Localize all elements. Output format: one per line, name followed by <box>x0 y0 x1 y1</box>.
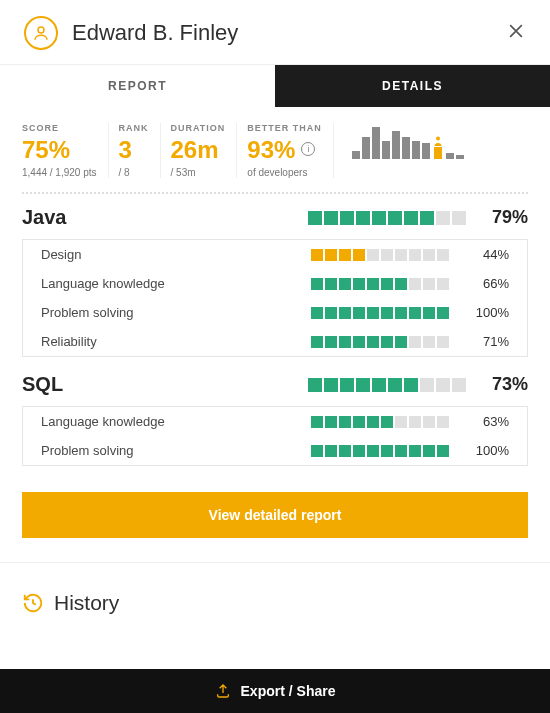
header: Edward B. Finley <box>0 0 550 65</box>
stat-sub: / 8 <box>119 167 149 178</box>
skill-row: Reliability71% <box>23 327 527 356</box>
stat-label: RANK <box>119 123 149 133</box>
stat-sub: 1,444 / 1,920 pts <box>22 167 97 178</box>
stat-rank: RANK 3 / 8 <box>119 123 171 178</box>
user-name: Edward B. Finley <box>72 20 238 46</box>
language-name: SQL <box>22 373 63 396</box>
skill-pct: 44% <box>467 247 509 262</box>
stat-label: DURATION <box>171 123 226 133</box>
language-row: SQL73% <box>22 373 528 396</box>
skill-row: Problem solving100% <box>23 298 527 327</box>
stat-value: 93% <box>247 136 295 164</box>
histogram-bar <box>446 153 454 159</box>
stat-value: 26m <box>171 136 226 164</box>
export-icon <box>215 683 231 699</box>
histogram-bar <box>456 155 464 159</box>
view-report-button[interactable]: View detailed report <box>22 492 528 538</box>
skill-pct: 66% <box>467 276 509 291</box>
history-icon <box>22 592 44 614</box>
stat-better: BETTER THAN 93% i of developers <box>247 123 344 178</box>
progress-boxes <box>311 249 449 261</box>
info-icon[interactable]: i <box>301 142 315 156</box>
skill-label: Language knowledge <box>41 276 311 291</box>
progress-boxes <box>311 278 449 290</box>
history-title: History <box>54 591 119 615</box>
histogram-bar <box>352 151 360 159</box>
skill-table: Language knowledge63%Problem solving100% <box>22 406 528 466</box>
skill-label: Reliability <box>41 334 311 349</box>
skill-label: Problem solving <box>41 443 311 458</box>
progress-boxes <box>311 416 449 428</box>
history-section: History <box>0 562 550 623</box>
skill-pct: 71% <box>467 334 509 349</box>
language-pct: 79% <box>482 207 528 228</box>
progress-boxes <box>311 307 449 319</box>
skill-row: Design44% <box>23 240 527 269</box>
skill-pct: 63% <box>467 414 509 429</box>
export-share-button[interactable]: Export / Share <box>0 669 550 713</box>
language-row: Java79% <box>22 206 528 229</box>
histogram-marker <box>432 135 444 159</box>
stat-duration: DURATION 26m / 53m <box>171 123 248 178</box>
skill-pct: 100% <box>467 443 509 458</box>
stats-row: SCORE 75% 1,444 / 1,920 pts RANK 3 / 8 D… <box>0 107 550 192</box>
histogram-bar <box>392 131 400 159</box>
progress-boxes <box>308 211 466 225</box>
histogram-bar <box>372 127 380 159</box>
stat-value: 75% <box>22 136 97 164</box>
skill-row: Language knowledge63% <box>23 407 527 436</box>
skill-label: Design <box>41 247 311 262</box>
stat-value: 3 <box>119 136 149 164</box>
histogram-bar <box>362 137 370 159</box>
stat-score: SCORE 75% 1,444 / 1,920 pts <box>22 123 119 178</box>
footer-label: Export / Share <box>241 683 336 699</box>
language-name: Java <box>22 206 67 229</box>
progress-boxes <box>311 336 449 348</box>
progress-boxes <box>311 445 449 457</box>
histogram-bar <box>382 141 390 159</box>
tab-details[interactable]: DETAILS <box>275 65 550 107</box>
skill-row: Language knowledge66% <box>23 269 527 298</box>
skill-table: Design44%Language knowledge66%Problem so… <box>22 239 528 357</box>
stat-sub: of developers <box>247 167 322 178</box>
language-section: SQL73%Language knowledge63%Problem solvi… <box>0 361 550 470</box>
svg-point-1 <box>436 137 440 141</box>
progress-boxes <box>308 378 466 392</box>
stat-sub: / 53m <box>171 167 226 178</box>
svg-point-0 <box>38 27 44 33</box>
skill-pct: 100% <box>467 305 509 320</box>
histogram-bar <box>402 137 410 159</box>
close-icon[interactable] <box>506 21 526 45</box>
histogram-chart <box>344 123 464 178</box>
stat-label: SCORE <box>22 123 97 133</box>
stat-label: BETTER THAN <box>247 123 322 133</box>
tab-report[interactable]: REPORT <box>0 65 275 107</box>
skill-label: Problem solving <box>41 305 311 320</box>
skill-label: Language knowledge <box>41 414 311 429</box>
histogram-bar <box>412 141 420 159</box>
histogram-bar <box>422 143 430 159</box>
language-section: Java79%Design44%Language knowledge66%Pro… <box>0 194 550 361</box>
avatar <box>24 16 58 50</box>
tabs: REPORT DETAILS <box>0 65 550 107</box>
language-pct: 73% <box>482 374 528 395</box>
skill-row: Problem solving100% <box>23 436 527 465</box>
